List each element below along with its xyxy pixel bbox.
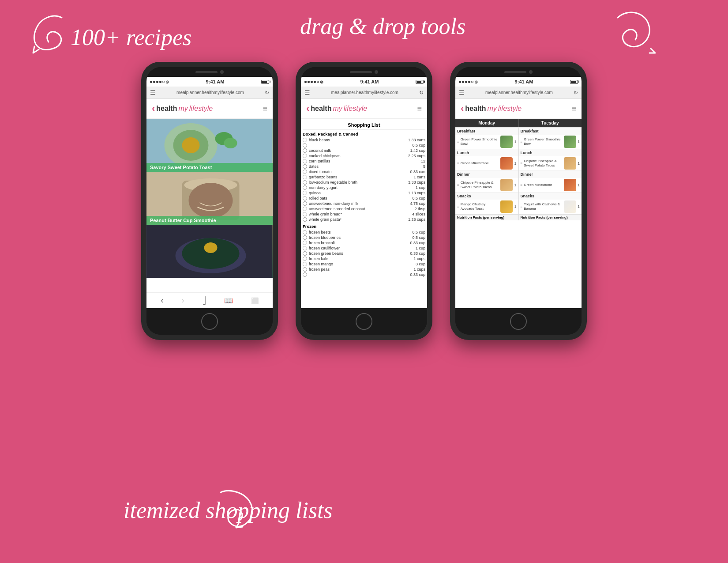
- phone-1-inner: ⊗ 9:41 AM ☰ mealplanner.healthmylifestyl…: [146, 67, 273, 335]
- checkbox-dates[interactable]: [303, 164, 307, 169]
- item-frozen-green-beans[interactable]: frozen green beans 0.33 cup: [303, 251, 425, 256]
- reload-icon-2[interactable]: ↻: [419, 90, 424, 96]
- item-frozen-blueberries[interactable]: frozen blueberries 0.5 cup: [303, 235, 425, 240]
- checkbox-fbeets[interactable]: [303, 230, 307, 234]
- drag-handle-5[interactable]: ≡: [521, 140, 523, 144]
- hamburger-1[interactable]: ≡: [263, 104, 267, 113]
- recipe-item-3[interactable]: [146, 225, 273, 278]
- checkbox-oats[interactable]: [303, 196, 307, 200]
- menu-icon[interactable]: ☰: [150, 89, 156, 96]
- drag-handle-3[interactable]: ≡: [457, 183, 459, 187]
- share-icon[interactable]: ⎦: [203, 296, 206, 305]
- recipe-item-2[interactable]: Peanut Butter Cup Smoothie: [146, 172, 273, 225]
- dot-5: [162, 81, 165, 83]
- phone-1-home-button[interactable]: [201, 313, 218, 330]
- phone-3-signal: ⊗: [459, 79, 478, 84]
- hamburger-3[interactable]: ≡: [571, 104, 576, 113]
- item-name-fgreenbeans: frozen green beans: [309, 251, 408, 256]
- checkbox-bb2[interactable]: [303, 143, 307, 147]
- phone-1-speaker: [195, 71, 218, 73]
- checkbox-chickpeas[interactable]: [303, 154, 307, 158]
- tuesday-breakfast-item[interactable]: ≡ Green Power Smoothie Bowl 1: [519, 135, 582, 149]
- drag-handle-4[interactable]: ≡: [457, 205, 459, 209]
- checkbox-bread[interactable]: [303, 212, 307, 216]
- swirl-right: [604, 4, 662, 62]
- logo-3: ‹ health my lifestyle: [461, 103, 522, 114]
- checkbox-pasta[interactable]: [303, 217, 307, 222]
- item-frozen-cauliflower[interactable]: frozen cauliflower 1 cup: [303, 246, 425, 251]
- item-quinoa[interactable]: quinoa 1.13 cups: [303, 190, 425, 196]
- item-dates[interactable]: dates 5: [303, 164, 425, 169]
- reload-icon[interactable]: ↻: [265, 90, 269, 96]
- item-frozen-mango[interactable]: frozen mango 3 cup: [303, 261, 425, 267]
- checkbox-fkale[interactable]: [303, 257, 307, 261]
- menu-icon-2[interactable]: ☰: [304, 89, 310, 96]
- recipe-item-1[interactable]: toast Savory Sweet Potato Toast: [146, 119, 273, 172]
- item-whole-grain-bread[interactable]: whole grain bread* 4 slices: [303, 212, 425, 217]
- hamburger-2[interactable]: ≡: [417, 104, 422, 113]
- item-yogurt[interactable]: non-dairy yogurt 1 cup: [303, 185, 425, 190]
- checkbox-ndmilk[interactable]: [303, 201, 307, 206]
- dot-1: [304, 81, 307, 83]
- item-frozen-peas[interactable]: frozen peas 1 cups: [303, 267, 425, 272]
- drag-handle-1[interactable]: ≡: [457, 140, 459, 144]
- checkbox-fpeas2[interactable]: [303, 272, 307, 277]
- checkbox-quinoa[interactable]: [303, 191, 307, 195]
- checkbox-fpeas[interactable]: [303, 267, 307, 272]
- monday-lunch-item[interactable]: ≡ Green Minestrone 1: [455, 156, 518, 171]
- drag-handle-7[interactable]: ≡: [521, 183, 523, 187]
- monday-dinner-item[interactable]: ≡ Chipotle Pineapple & Sweet Potato Taco…: [455, 178, 518, 193]
- battery-fill-2: [417, 81, 421, 83]
- item-name-fblue: frozen blueberries: [309, 235, 410, 240]
- checkbox-garbanzo[interactable]: [303, 175, 307, 179]
- tuesday-snacks-item[interactable]: ≡ Yogurt with Cashews & Banana 1: [519, 200, 582, 214]
- checkbox-fcauli[interactable]: [303, 246, 307, 250]
- item-frozen-beets[interactable]: frozen beets 0.5 cup: [303, 230, 425, 235]
- checkbox-tortillas[interactable]: [303, 159, 307, 163]
- checkbox-yogurt[interactable]: [303, 185, 307, 190]
- item-black-beans[interactable]: black beans 1.33 cans: [303, 137, 425, 143]
- monday-breakfast-item[interactable]: ≡ Green Power Smoothie Bowl 1: [455, 135, 518, 149]
- checkbox-broth[interactable]: [303, 180, 307, 185]
- checkbox-fblue[interactable]: [303, 235, 307, 240]
- item-tortillas[interactable]: corn tortillas 12: [303, 159, 425, 164]
- phone-3-home-button[interactable]: [510, 313, 527, 330]
- item-frozen-kale[interactable]: frozen kale 1 cups: [303, 256, 425, 261]
- tuesday-lunch-item[interactable]: ≡ Chipotle Pineapple & Sweet Potato Taco…: [519, 156, 582, 171]
- item-frozen-broccoli[interactable]: frozen broccoli 0.33 cup: [303, 240, 425, 246]
- checkbox-coconut2[interactable]: [303, 207, 307, 211]
- monday-snacks-type: Snacks: [455, 193, 518, 200]
- item-coconut-milk[interactable]: coconut milk 1.42 cup: [303, 148, 425, 153]
- item-name-black-beans: black beans: [309, 138, 406, 142]
- checkbox-fgreenbeans[interactable]: [303, 251, 307, 256]
- reload-icon-3[interactable]: ↻: [574, 90, 578, 96]
- phone-1-address-bar: ☰ mealplanner.healthmylifestyle.com ↻: [146, 87, 273, 99]
- tabs-icon[interactable]: ⬜: [251, 297, 259, 304]
- checkbox-fbroccoli[interactable]: [303, 241, 307, 245]
- item-nondairy-milk[interactable]: unsweetened non-dairy milk 4.75 cup: [303, 201, 425, 206]
- checkbox-fmango[interactable]: [303, 262, 307, 266]
- item-black-beans-2[interactable]: 0.5 cup: [303, 143, 425, 148]
- tuesday-dinner-item[interactable]: ≡ Green Minestrone 1: [519, 178, 582, 193]
- menu-icon-3[interactable]: ☰: [459, 89, 465, 96]
- drag-handle-8[interactable]: ≡: [521, 205, 523, 209]
- phone-2-home-button[interactable]: [356, 313, 372, 330]
- checkbox-coconut[interactable]: [303, 148, 307, 153]
- checkbox-black-beans[interactable]: [303, 138, 307, 142]
- back-icon[interactable]: ‹: [161, 296, 164, 305]
- item-garbanzo[interactable]: garbanzo beans 1 cans: [303, 174, 425, 180]
- item-diced-tomato[interactable]: diced tomato 0.33 can: [303, 169, 425, 174]
- drag-handle-6[interactable]: ≡: [521, 162, 523, 166]
- item-oats[interactable]: rolled oats 0.5 cup: [303, 196, 425, 201]
- item-chickpeas[interactable]: cooked chickpeas 2.25 cups: [303, 153, 425, 159]
- forward-icon[interactable]: ›: [182, 296, 184, 305]
- monday-snacks-item[interactable]: ≡ Mango Chutney Avocado Toast 1: [455, 200, 518, 214]
- recipe-img-svg-3: [146, 225, 273, 278]
- bookmarks-icon[interactable]: 📖: [224, 296, 233, 305]
- checkbox-tomato[interactable]: [303, 170, 307, 174]
- item-frozen-peas-2[interactable]: 0.33 cup: [303, 272, 425, 277]
- item-shredded-coconut[interactable]: unsweetened shredded coconut 2 tbsp: [303, 206, 425, 212]
- item-veg-broth[interactable]: low-sodium vegetable broth 3.33 cups: [303, 180, 425, 185]
- drag-handle-2[interactable]: ≡: [457, 162, 459, 166]
- item-whole-grain-pasta[interactable]: whole grain pasta* 1.25 cups: [303, 217, 425, 222]
